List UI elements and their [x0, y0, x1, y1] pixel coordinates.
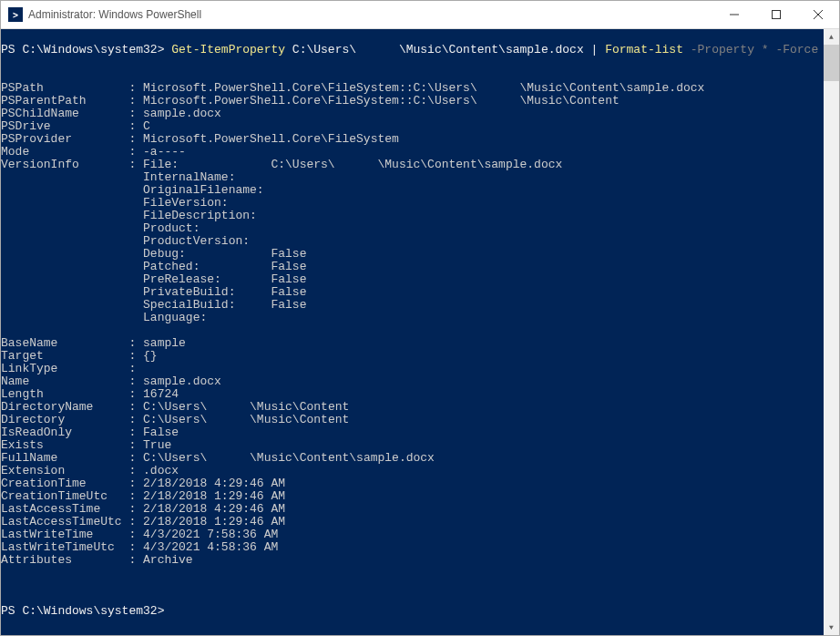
- prop-label: PSPath :: [1, 81, 143, 95]
- close-icon: [814, 10, 823, 19]
- prop-row: LastWriteTimeUtc : 4/3/2021 4:58:36 AM: [1, 540, 278, 554]
- cmd-args: -Property * -Force: [691, 43, 818, 56]
- redacted-user: [477, 94, 520, 108]
- prop-value: C:\Users\: [143, 413, 207, 426]
- prop-value: Microsoft.PowerShell.Core\FileSystem::C:…: [143, 81, 477, 95]
- close-button[interactable]: [797, 1, 839, 28]
- prop-row: Target : {}: [1, 349, 158, 363]
- prop-row: LinkType :: [1, 362, 143, 375]
- window-controls: [713, 1, 839, 28]
- prop-row: Extension : .docx: [1, 464, 179, 477]
- maximize-icon: [772, 10, 781, 19]
- prop-value: C:\Users\: [143, 451, 207, 465]
- scrollbar[interactable]: ▲ ▼: [824, 29, 839, 635]
- prop-row: LastWriteTime : 4/3/2021 7:58:36 AM: [1, 528, 278, 541]
- prop-row: PSDrive : C: [1, 119, 150, 133]
- prop-row: PSProvider : Microsoft.PowerShell.Core\F…: [1, 132, 399, 146]
- prop-row: CreationTime : 2/18/2018 4:29:46 AM: [1, 477, 285, 490]
- prop-row: ProductVersion:: [1, 234, 271, 248]
- prop-row: Language:: [1, 311, 271, 324]
- prop-label: FullName :: [1, 451, 143, 465]
- terminal-output: PS C:\Windows\system32> Get-ItemProperty…: [1, 44, 839, 635]
- prop-row: BaseName : sample: [1, 336, 186, 350]
- scrollbar-thumb[interactable]: [824, 45, 839, 81]
- prop-label: DirectoryName :: [1, 400, 143, 414]
- window-title: Administrator: Windows PowerShell: [28, 8, 713, 21]
- powershell-window: Administrator: Windows PowerShell PS C:\…: [0, 0, 840, 636]
- redacted-user: [207, 451, 250, 465]
- prop-value: File: C:\Users\: [143, 158, 335, 171]
- minimize-button[interactable]: [713, 1, 755, 28]
- powershell-icon: [8, 7, 23, 22]
- prop-value: \Music\Content: [250, 413, 349, 426]
- prop-row: Name : sample.docx: [1, 374, 221, 388]
- prop-row: Length : 16724: [1, 387, 179, 401]
- prop-row: InternalName:: [1, 170, 271, 184]
- prop-label: Directory :: [1, 413, 143, 426]
- prop-row: Exists : True: [1, 438, 171, 452]
- prop-row: CreationTimeUtc : 2/18/2018 1:29:46 AM: [1, 489, 285, 503]
- prop-value: \Music\Content: [520, 94, 620, 108]
- maximize-button[interactable]: [755, 1, 797, 28]
- redacted-user: [335, 158, 378, 171]
- titlebar[interactable]: Administrator: Windows PowerShell: [1, 1, 839, 29]
- path-segment: C:\Users\: [292, 43, 356, 56]
- redacted-user: [356, 43, 399, 56]
- prop-value: Microsoft.PowerShell.Core\FileSystem::C:…: [143, 94, 477, 108]
- prop-row: PSChildName : sample.docx: [1, 107, 221, 120]
- prop-row: FileDescription:: [1, 209, 271, 222]
- prop-row: SpecialBuild: False: [1, 298, 306, 312]
- prop-row: LastAccessTime : 2/18/2018 4:29:46 AM: [1, 502, 285, 516]
- prop-value: C:\Users\: [143, 400, 207, 414]
- prop-row: PreRelease: False: [1, 272, 306, 286]
- scroll-up-icon[interactable]: ▲: [824, 29, 839, 45]
- prop-row: Mode : -a----: [1, 145, 186, 159]
- svg-rect-1: [773, 11, 781, 19]
- prop-row: Attributes : Archive: [1, 553, 193, 567]
- prop-value: \Music\Content: [250, 400, 349, 414]
- cmdlet: Format-list: [605, 43, 691, 56]
- prop-row: PrivateBuild: False: [1, 285, 306, 299]
- terminal-area[interactable]: PS C:\Windows\system32> Get-ItemProperty…: [1, 29, 839, 635]
- redacted-user: [207, 400, 250, 414]
- prop-row: LastAccessTimeUtc : 2/18/2018 1:29:46 AM: [1, 515, 285, 528]
- prop-row: Patched: False: [1, 260, 306, 273]
- prop-row: IsReadOnly : False: [1, 426, 179, 439]
- redacted-user: [207, 413, 250, 426]
- prop-value: \Music\Content\sample.docx: [520, 81, 705, 95]
- path-segment: \Music\Content\sample.docx: [399, 43, 591, 56]
- cmdlet: Get-ItemProperty: [171, 43, 292, 56]
- redacted-user: [477, 81, 520, 95]
- prompt: PS C:\Windows\system32>: [1, 43, 171, 56]
- prop-value: \Music\Content\sample.docx: [250, 451, 435, 465]
- prompt: PS C:\Windows\system32>: [1, 604, 164, 618]
- prop-row: OriginalFilename:: [1, 183, 271, 197]
- pipe: |: [591, 43, 606, 56]
- prop-row: Product:: [1, 221, 271, 235]
- prop-row: FileVersion:: [1, 196, 271, 210]
- minimize-icon: [730, 10, 739, 19]
- scroll-down-icon[interactable]: ▼: [824, 620, 839, 635]
- prop-label: VersionInfo :: [1, 158, 143, 171]
- prop-row: Debug: False: [1, 247, 306, 261]
- prop-value: \Music\Content\sample.docx: [377, 158, 562, 171]
- prop-label: PSParentPath :: [1, 94, 143, 108]
